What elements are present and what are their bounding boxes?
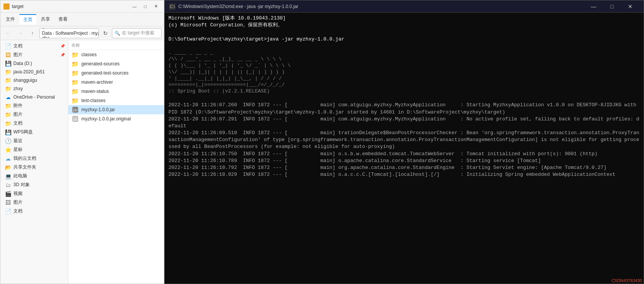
explorer-close-btn[interactable]: ✕	[151, 2, 161, 11]
sidebar-item-starred[interactable]: ⭐ 星标	[0, 145, 68, 154]
tab-file[interactable]: 文件	[2, 15, 19, 24]
sidebar-label-shared: 共享文件夹	[13, 164, 65, 170]
folder-icon-gen-test: 📁	[71, 70, 79, 76]
sidebar-item-pictures2[interactable]: 📁 图片	[0, 110, 68, 119]
cmd-maximize-btn[interactable]: □	[603, 0, 621, 13]
file-item-generated-sources[interactable]: 📁 generated-sources	[68, 59, 164, 68]
sidebar-wps-icon: 💾	[5, 129, 11, 135]
sidebar-item-shangguigu[interactable]: 📁 shangguigu	[0, 76, 68, 84]
sidebar-label-documents: 文档	[13, 43, 58, 49]
svg-text:jar: jar	[73, 118, 78, 121]
tab-home[interactable]: 主页	[19, 14, 36, 24]
sidebar-item-3d[interactable]: 🗂 3D 对象	[0, 180, 68, 189]
nav-forward-btn[interactable]: →	[15, 28, 26, 39]
cmd-line-2	[168, 29, 640, 36]
sidebar-item-image[interactable]: 🖼 图片	[0, 198, 68, 207]
sidebar-item-recent[interactable]: 🕐 最近	[0, 136, 68, 145]
cmd-line-log5: 2022-11-20 11:26:10.789 INFO 1872 --- [ …	[168, 157, 640, 164]
cmd-line-log7: 2022-11-20 11:26:10.929 INFO 1872 --- [ …	[168, 171, 640, 178]
sidebar-item-wps[interactable]: 💾 WPS网盘	[0, 128, 68, 136]
sidebar-mycloud-icon: ☁	[5, 156, 11, 162]
cmd-content[interactable]: Microsoft Windows [版本 10.0.19043.2130] (…	[165, 13, 644, 284]
spring-line-4: \\/ ___)| |_)| | | | | || (_| | ) ) ) )	[168, 69, 640, 76]
explorer-maximize-btn[interactable]: □	[140, 2, 150, 11]
sidebar-item-docs2[interactable]: 📁 文档	[0, 119, 68, 128]
sidebar-item-document[interactable]: 📄 文档	[0, 207, 68, 216]
nav-up-btn[interactable]: ↑	[27, 28, 38, 39]
cmd-line-1: (c) Microsoft Corporation。保留所有权利。	[168, 22, 640, 29]
sidebar-star-icon: ⭐	[5, 147, 11, 153]
file-item-jar-original[interactable]: jar myzhxy-1.0.0.jar.original	[68, 114, 164, 123]
tab-share[interactable]: 共享	[37, 15, 54, 24]
sidebar-java-icon: 📁	[5, 69, 11, 75]
explorer-title-text: target	[12, 4, 127, 9]
cmd-close-btn[interactable]: ✕	[621, 0, 639, 13]
sidebar-item-data-drive[interactable]: 💾 Data (D:)	[0, 59, 68, 68]
search-icon: 🔍	[115, 31, 120, 36]
explorer-ribbon: 文件 主页 共享 查看	[0, 13, 164, 26]
cmd-win-controls: — □ ✕	[585, 0, 639, 13]
sidebar-item-zhxy[interactable]: 📁 zhxy	[0, 84, 68, 93]
file-item-classes[interactable]: 📁 classes	[68, 50, 164, 59]
file-name-gen-src: generated-sources	[81, 61, 161, 67]
sidebar-label-onedrive: OneDrive - Personal	[13, 94, 65, 100]
file-item-jar[interactable]: jar myzhxy-1.0.0.jar	[68, 105, 164, 114]
address-refresh-btn[interactable]: ↻	[100, 28, 110, 38]
search-box[interactable]: 🔍 在 target 中搜索	[112, 28, 162, 38]
address-bar[interactable]: « Data (D:) › SoftwareProject › myzhxy ›…	[39, 28, 99, 38]
cmd-window: C:\ C:\Windows\System32\cmd.exe - java -…	[164, 0, 644, 284]
explorer-body: 📄 文档 📌 🖼 图片 📌 💾 Data (D:) 📁 java-2020_jb…	[0, 40, 164, 284]
sidebar-item-shared[interactable]: 📂 共享文件夹	[0, 163, 68, 172]
file-list-header: 名称	[68, 42, 164, 50]
sidebar-item-documents[interactable]: 📄 文档 📌	[0, 42, 68, 50]
jar-file-icon: jar	[71, 106, 79, 113]
sidebar-item-my-cloud[interactable]: ☁ 我的云文档	[0, 154, 68, 163]
breadcrumb-sep-2: ›	[89, 31, 91, 36]
file-name-maven-stat: maven-status	[81, 89, 161, 94]
sidebar-label-3d: 3D 对象	[13, 182, 65, 188]
sidebar-label-shangguigu: shangguigu	[13, 78, 65, 83]
folder-icon-test-cls: 📁	[71, 97, 79, 104]
tab-view[interactable]: 查看	[55, 15, 71, 24]
sidebar-item-pictures[interactable]: 🖼 图片 📌	[0, 50, 68, 59]
sidebar-label-starred: 星标	[13, 146, 65, 153]
nav-back-btn[interactable]: ←	[3, 28, 13, 39]
spring-line-1: . ____ _ __ _ _	[168, 50, 640, 56]
breadcrumb-part-1: « Data (D:)	[42, 28, 52, 38]
sidebar-label-docs2: 文档	[13, 120, 65, 127]
file-item-generated-test[interactable]: 📁 generated-test-sources	[68, 68, 164, 78]
file-list: 名称 📁 classes 📁 generated-sources 📁 gener…	[68, 40, 164, 284]
file-item-maven-status[interactable]: 📁 maven-status	[68, 87, 164, 96]
file-name-gen-test: generated-test-sources	[81, 70, 161, 76]
cmd-line-log4: 2022-11-20 11:26:10.750 INFO 1872 --- [ …	[168, 151, 640, 157]
sidebar-label-thispc: 此电脑	[13, 173, 65, 179]
sidebar-item-video[interactable]: 🎬 视频	[0, 189, 68, 198]
sidebar-item-thispc[interactable]: 💻 此电脑	[0, 172, 68, 180]
sidebar-item-attachments[interactable]: 📁 附件	[0, 101, 68, 110]
sidebar-label-java: java-2020_jb51	[13, 69, 65, 75]
explorer-title-icon	[3, 3, 10, 10]
folder-icon-maven-stat: 📁	[71, 88, 79, 95]
sidebar-label-attachments: 附件	[13, 102, 65, 109]
svg-text:jar: jar	[73, 109, 78, 112]
pin-icon-2: 📌	[60, 53, 65, 57]
sidebar-label-pictures2: 图片	[13, 111, 65, 118]
file-item-test-classes[interactable]: 📁 test-classes	[68, 96, 164, 105]
explorer-minimize-btn[interactable]: —	[129, 2, 139, 11]
csdn-watermark: CSDN43763430	[612, 278, 642, 283]
cmd-line-4	[168, 43, 640, 50]
sidebar-attach-icon: 📁	[5, 103, 11, 109]
cmd-line-blank	[168, 95, 640, 102]
spring-line-6: =========|_|==============|___/=/_/_/_/	[168, 82, 640, 88]
sidebar: 📄 文档 📌 🖼 图片 📌 💾 Data (D:) 📁 java-2020_jb…	[0, 40, 68, 284]
sidebar-item-onedrive[interactable]: ☁ OneDrive - Personal	[0, 93, 68, 101]
sidebar-item-java2020[interactable]: 📁 java-2020_jb51	[0, 68, 68, 76]
sidebar-pc-icon: 💻	[5, 173, 11, 179]
file-name-test-cls: test-classes	[81, 98, 161, 103]
folder-icon-gen-src: 📁	[71, 60, 79, 67]
search-placeholder: 在 target 中搜索	[122, 30, 154, 36]
cmd-minimize-btn[interactable]: —	[585, 0, 602, 13]
spring-line-7: :: Spring Boot :: (v2.2.1.RELEASE)	[168, 88, 640, 95]
sidebar-drive-icon: 💾	[5, 60, 11, 67]
file-item-maven-archiver[interactable]: 📁 maven-archiver	[68, 78, 164, 87]
